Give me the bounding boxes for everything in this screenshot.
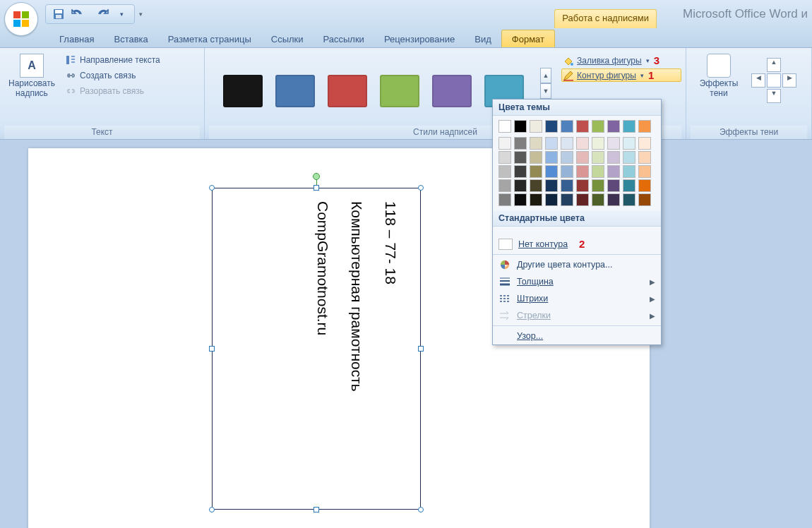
color-swatch[interactable] [638, 179, 651, 192]
handle-n[interactable] [314, 185, 319, 191]
nudge-center[interactable] [767, 73, 781, 88]
color-swatch[interactable] [638, 137, 651, 150]
style-swatch-5[interactable] [432, 75, 472, 107]
color-swatch[interactable] [514, 179, 527, 192]
save-button[interactable] [52, 7, 66, 21]
color-swatch[interactable] [498, 179, 511, 192]
color-swatch[interactable] [576, 179, 589, 192]
color-swatch[interactable] [530, 120, 542, 133]
color-swatch[interactable] [638, 165, 651, 178]
handle-e[interactable] [418, 346, 424, 352]
color-swatch[interactable] [545, 165, 558, 178]
office-button[interactable] [4, 2, 38, 36]
color-swatch[interactable] [498, 193, 511, 206]
color-swatch[interactable] [530, 165, 542, 178]
tab-review[interactable]: Рецензирование [374, 30, 465, 47]
handle-sw[interactable] [209, 507, 215, 512]
nudge-up[interactable]: ▲ [767, 58, 781, 72]
pattern-item[interactable]: Узор... [493, 328, 661, 344]
color-swatch[interactable] [545, 137, 558, 150]
color-swatch[interactable] [607, 179, 620, 192]
color-swatch[interactable] [607, 137, 620, 150]
shape-fill-button[interactable]: Заливка фигуры ▾ 3 [561, 54, 681, 67]
tab-references[interactable]: Ссылки [261, 30, 314, 47]
color-swatch[interactable] [592, 151, 604, 164]
color-swatch[interactable] [545, 151, 558, 164]
color-swatch[interactable] [514, 165, 527, 178]
style-swatch-2[interactable] [275, 75, 315, 107]
tab-insert[interactable]: Вставка [104, 30, 157, 47]
color-swatch[interactable] [592, 193, 604, 206]
rotate-handle[interactable] [313, 173, 320, 180]
color-swatch[interactable] [561, 193, 573, 206]
color-swatch[interactable] [576, 120, 589, 133]
draw-textbox-button[interactable]: A Нарисовать надпись [4, 51, 59, 99]
color-swatch[interactable] [592, 179, 604, 192]
color-swatch[interactable] [576, 151, 589, 164]
color-swatch[interactable] [623, 137, 635, 150]
style-swatch-4[interactable] [380, 75, 419, 107]
tab-format[interactable]: Формат [501, 30, 555, 47]
color-swatch[interactable] [545, 120, 558, 133]
color-swatch[interactable] [607, 151, 620, 164]
color-swatch[interactable] [561, 165, 573, 178]
tab-view[interactable]: Вид [465, 30, 501, 47]
gallery-down-button[interactable]: ▼ [540, 83, 551, 99]
color-swatch[interactable] [498, 165, 511, 178]
color-swatch[interactable] [592, 165, 604, 178]
tab-page-layout[interactable]: Разметка страницы [158, 30, 261, 47]
nudge-down[interactable]: ▼ [767, 89, 781, 103]
color-swatch[interactable] [623, 193, 635, 206]
color-swatch[interactable] [576, 137, 589, 150]
color-swatch[interactable] [545, 179, 558, 192]
handle-w[interactable] [209, 346, 215, 352]
color-swatch[interactable] [514, 151, 527, 164]
handle-nw[interactable] [209, 185, 215, 191]
color-swatch[interactable] [592, 120, 604, 133]
color-swatch[interactable] [514, 193, 527, 206]
no-outline-item[interactable]: Нет контура 2 [493, 235, 661, 253]
nudge-left[interactable]: ◀ [751, 73, 765, 88]
color-swatch[interactable] [498, 120, 511, 133]
color-swatch[interactable] [530, 179, 542, 192]
gallery-up-button[interactable]: ▲ [540, 68, 551, 83]
color-swatch[interactable] [623, 179, 635, 192]
color-swatch[interactable] [576, 193, 589, 206]
color-swatch[interactable] [623, 165, 635, 178]
color-swatch[interactable] [592, 137, 604, 150]
handle-se[interactable] [418, 507, 424, 512]
weight-item[interactable]: Толщина ▶ [493, 273, 661, 290]
color-swatch[interactable] [561, 120, 573, 133]
color-swatch[interactable] [545, 193, 558, 206]
style-swatch-1[interactable] [223, 75, 263, 107]
color-swatch[interactable] [561, 151, 573, 164]
tab-mailings[interactable]: Рассылки [314, 30, 374, 47]
color-swatch[interactable] [607, 193, 620, 206]
dashes-item[interactable]: Штрихи ▶ [493, 290, 661, 307]
handle-ne[interactable] [418, 185, 424, 191]
color-swatch[interactable] [530, 137, 542, 150]
color-swatch[interactable] [623, 120, 635, 133]
color-swatch[interactable] [514, 137, 527, 150]
text-direction-button[interactable]: Направление текста [64, 54, 162, 66]
handle-s[interactable] [314, 507, 319, 512]
redo-button[interactable] [96, 7, 110, 21]
color-swatch[interactable] [576, 165, 589, 178]
color-swatch[interactable] [498, 151, 511, 164]
color-swatch[interactable] [638, 120, 651, 133]
color-swatch[interactable] [514, 120, 527, 133]
color-swatch[interactable] [638, 151, 651, 164]
ribbon-min-icon[interactable]: ▾ [139, 11, 143, 18]
text-box[interactable]: 118 – 77- 18 Компьютерная грамотность Co… [212, 188, 421, 510]
color-swatch[interactable] [623, 151, 635, 164]
shape-outline-button[interactable]: Контур фигуры ▾ 1 [561, 68, 681, 82]
color-swatch[interactable] [638, 193, 651, 206]
color-swatch[interactable] [530, 193, 542, 206]
color-swatch[interactable] [530, 151, 542, 164]
shadow-effects-button[interactable]: Эффекты тени [691, 51, 747, 99]
color-swatch[interactable] [561, 137, 573, 150]
tab-home[interactable]: Главная [49, 30, 104, 47]
color-swatch[interactable] [561, 179, 573, 192]
nudge-right[interactable]: ▶ [782, 73, 796, 88]
more-colors-item[interactable]: Другие цвета контура... [493, 256, 661, 273]
